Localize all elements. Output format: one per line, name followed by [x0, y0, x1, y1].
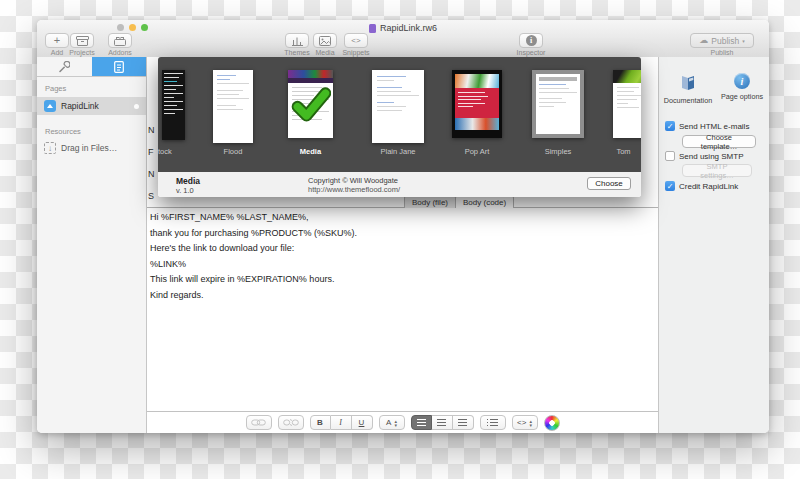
underline-button[interactable]: U [352, 415, 373, 430]
send-smtp-label: Send using SMTP [679, 152, 743, 161]
bold-button[interactable]: B [310, 415, 331, 430]
choose-theme-button[interactable]: Choose [587, 177, 631, 190]
credit-checkbox[interactable]: ✓ [665, 181, 675, 191]
tab-tools[interactable] [37, 57, 92, 76]
selected-theme-name: Media [176, 176, 200, 186]
drag-in-files[interactable]: ↓ Drag in Files… [44, 142, 117, 154]
window-title: RapidLink.rw6 [380, 23, 437, 33]
send-smtp-checkbox[interactable] [665, 151, 675, 161]
theme-thumbnail-selected[interactable] [288, 70, 333, 138]
addon-brick-icon [114, 36, 126, 46]
list-button[interactable] [480, 415, 506, 430]
theme-thumbnail[interactable] [452, 70, 502, 138]
archive-box-icon [76, 36, 89, 46]
media-button[interactable] [313, 33, 337, 48]
toolbar-item-projects: Projects [62, 33, 102, 56]
align-left-icon [417, 419, 426, 426]
copyright-line: Copyright © Will Woodgate [308, 176, 400, 185]
drop-target-icon: ↓ [44, 142, 56, 154]
documentation-label: Documentation [664, 96, 712, 105]
theme-preview-footer [455, 118, 499, 130]
body-line: This link will expire in %EXPIRATION% ho… [150, 275, 654, 284]
chevron-down-icon: ▾ [742, 38, 745, 44]
titlebar: RapidLink.rw6 [37, 22, 769, 34]
addons-button[interactable] [108, 33, 132, 48]
code-picker-button[interactable]: <> ▴▾ [512, 415, 538, 430]
sidebar-tabs [37, 57, 146, 77]
theme-thumbnail[interactable] [162, 70, 185, 140]
clipped-label: N [148, 169, 155, 179]
align-left-button[interactable] [411, 415, 432, 430]
theme-name: Pop Art [442, 147, 512, 156]
alignment-group [411, 415, 474, 430]
wrench-icon [58, 61, 70, 73]
inspector-icon: i [526, 35, 537, 46]
info-icon: i [734, 73, 750, 89]
themes-chart-icon [292, 36, 303, 46]
page-options-item[interactable]: i Page options [715, 73, 769, 101]
align-right-icon [458, 419, 467, 426]
toolbar-item-snippets: <> Snippets [336, 33, 376, 56]
theme-chooser: tock Flood Media [158, 57, 641, 197]
snippets-button[interactable]: <> [344, 33, 368, 48]
theme-url: http://www.themeflood.com/ [308, 185, 400, 194]
send-smtp-row: Send using SMTP [665, 151, 743, 161]
clipped-label: N [148, 125, 155, 135]
page-list-icon [114, 61, 124, 73]
media-label: Media [315, 49, 334, 56]
inspector-label: Inspector [517, 49, 546, 56]
page-icon [44, 100, 56, 112]
theme-name: Plain Jane [362, 147, 434, 156]
publish-button[interactable]: ☁ Publish ▾ [690, 33, 754, 48]
align-center-button[interactable] [432, 415, 453, 430]
resources-header: Resources [45, 127, 81, 136]
code-brackets-icon: <> [351, 36, 360, 45]
toolbar-item-publish: ☁ Publish ▾ Publish [682, 33, 762, 56]
documentation-book-icon [678, 73, 698, 93]
snippets-label: Snippets [342, 49, 369, 56]
body-line: Hi %FIRST_NAME% %LAST_NAME%, [150, 213, 654, 222]
italic-button[interactable]: I [331, 415, 352, 430]
editor-divider [147, 207, 658, 208]
font-letter: A [386, 418, 391, 427]
align-center-icon [437, 419, 446, 426]
publish-button-label: Publish [711, 36, 739, 46]
choose-template-button[interactable]: Choose template… [682, 135, 756, 148]
theme-preview-header [455, 74, 499, 88]
color-picker-button[interactable] [544, 415, 560, 431]
link-icon [251, 418, 266, 427]
projects-label: Projects [69, 49, 94, 56]
theme-preview-header [288, 70, 333, 78]
pages-header: Pages [45, 84, 66, 93]
font-picker-button[interactable]: A ▴▾ [379, 415, 405, 430]
theme-thumbnail[interactable] [613, 70, 641, 138]
unlink-button[interactable] [278, 415, 304, 430]
sidebar-item-rapidlink[interactable]: RapidLink [37, 97, 146, 115]
toolbar-item-addons: Addons [100, 33, 140, 56]
theme-preview-header [613, 70, 641, 83]
inspector-button[interactable]: i [519, 33, 543, 48]
media-photo-icon [319, 36, 331, 46]
document-icon [369, 24, 376, 33]
align-right-button[interactable] [453, 415, 474, 430]
projects-button[interactable] [70, 33, 94, 48]
unlink-icon [283, 418, 299, 427]
theme-name: Media [278, 147, 343, 156]
email-body-editor[interactable]: Hi %FIRST_NAME% %LAST_NAME%, thank you f… [150, 213, 654, 307]
clipped-label: F [148, 147, 155, 157]
page-name: RapidLink [61, 101, 99, 111]
theme-name: Tom [606, 147, 641, 156]
link-button[interactable] [246, 415, 272, 430]
theme-thumbnail[interactable] [372, 70, 424, 143]
theme-strip: tock Flood Media [158, 57, 641, 172]
documentation-item[interactable]: Documentation [659, 73, 717, 105]
theme-name: tock [158, 147, 184, 156]
send-html-label: Send HTML e-mails [679, 122, 749, 131]
tab-pages[interactable] [92, 57, 147, 76]
theme-thumbnail[interactable] [213, 70, 253, 143]
unsaved-dot [134, 104, 139, 109]
send-html-checkbox[interactable]: ✓ [665, 121, 675, 131]
toolbar-item-inspector: i Inspector [511, 33, 551, 56]
theme-thumbnail[interactable] [532, 70, 584, 138]
text-style-group: B I U [310, 415, 373, 430]
